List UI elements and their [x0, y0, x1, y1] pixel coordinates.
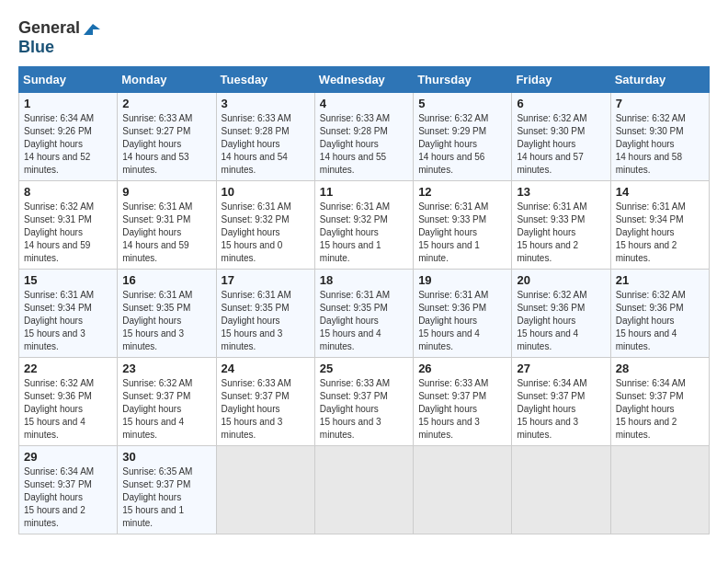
day-info: Sunrise: 6:32 AM Sunset: 9:36 PM Dayligh…: [517, 290, 586, 351]
day-info: Sunrise: 6:32 AM Sunset: 9:36 PM Dayligh…: [616, 290, 686, 351]
calendar-day-cell: 29 Sunrise: 6:34 AM Sunset: 9:37 PM Dayl…: [19, 446, 118, 534]
calendar-day-cell: 10 Sunrise: 6:31 AM Sunset: 9:32 PM Dayl…: [216, 181, 314, 270]
day-number: 9: [122, 185, 210, 199]
day-number: 1: [24, 97, 112, 110]
calendar-week-row: 1 Sunrise: 6:34 AM Sunset: 9:26 PM Dayli…: [19, 93, 710, 181]
day-info: Sunrise: 6:33 AM Sunset: 9:37 PM Dayligh…: [320, 378, 390, 440]
day-info: Sunrise: 6:34 AM Sunset: 9:37 PM Dayligh…: [517, 378, 586, 440]
day-info: Sunrise: 6:32 AM Sunset: 9:29 PM Dayligh…: [418, 113, 488, 175]
calendar-day-cell: 21 Sunrise: 6:32 AM Sunset: 9:36 PM Dayl…: [610, 270, 709, 358]
calendar-day-cell: 23 Sunrise: 6:32 AM Sunset: 9:37 PM Dayl…: [118, 358, 216, 446]
calendar-day-cell: 15 Sunrise: 6:31 AM Sunset: 9:34 PM Dayl…: [19, 270, 118, 358]
day-info: Sunrise: 6:31 AM Sunset: 9:31 PM Dayligh…: [122, 201, 192, 263]
calendar-week-row: 15 Sunrise: 6:31 AM Sunset: 9:34 PM Dayl…: [19, 270, 710, 358]
day-number: 23: [122, 362, 210, 375]
calendar-day-cell: [512, 446, 610, 534]
day-number: 27: [517, 362, 605, 375]
day-info: Sunrise: 6:31 AM Sunset: 9:34 PM Dayligh…: [24, 290, 94, 351]
day-number: 10: [222, 185, 310, 199]
logo-general-text: General: [18, 18, 80, 38]
day-info: Sunrise: 6:32 AM Sunset: 9:31 PM Dayligh…: [24, 201, 94, 263]
day-info: Sunrise: 6:33 AM Sunset: 9:27 PM Dayligh…: [122, 113, 192, 175]
day-number: 20: [517, 273, 605, 287]
calendar-day-cell: [610, 446, 709, 534]
day-number: 4: [320, 97, 408, 110]
calendar-day-cell: 18 Sunrise: 6:31 AM Sunset: 9:35 PM Dayl…: [314, 270, 413, 358]
day-info: Sunrise: 6:31 AM Sunset: 9:35 PM Dayligh…: [122, 290, 192, 351]
day-info: Sunrise: 6:34 AM Sunset: 9:37 PM Dayligh…: [616, 378, 686, 440]
weekday-header: Friday: [512, 67, 610, 93]
calendar-header: SundayMondayTuesdayWednesdayThursdayFrid…: [19, 67, 710, 93]
logo: General Blue: [18, 18, 102, 57]
header: General Blue: [18, 18, 710, 57]
calendar-day-cell: 13 Sunrise: 6:31 AM Sunset: 9:33 PM Dayl…: [512, 181, 610, 270]
day-info: Sunrise: 6:31 AM Sunset: 9:35 PM Dayligh…: [320, 290, 390, 351]
calendar-week-row: 8 Sunrise: 6:32 AM Sunset: 9:31 PM Dayli…: [19, 181, 710, 270]
calendar-day-cell: 19 Sunrise: 6:31 AM Sunset: 9:36 PM Dayl…: [414, 270, 512, 358]
weekday-header: Wednesday: [314, 67, 413, 93]
calendar-day-cell: [314, 446, 413, 534]
calendar-day-cell: 4 Sunrise: 6:33 AM Sunset: 9:28 PM Dayli…: [314, 93, 413, 181]
calendar-week-row: 29 Sunrise: 6:34 AM Sunset: 9:37 PM Dayl…: [19, 446, 710, 534]
day-info: Sunrise: 6:31 AM Sunset: 9:32 PM Dayligh…: [320, 201, 390, 263]
calendar-day-cell: 28 Sunrise: 6:34 AM Sunset: 9:37 PM Dayl…: [610, 358, 709, 446]
logo-bird-icon: [82, 22, 102, 37]
calendar-day-cell: 3 Sunrise: 6:33 AM Sunset: 9:28 PM Dayli…: [216, 93, 314, 181]
calendar-day-cell: 1 Sunrise: 6:34 AM Sunset: 9:26 PM Dayli…: [19, 93, 118, 181]
weekday-header: Thursday: [414, 67, 512, 93]
day-number: 18: [320, 273, 408, 287]
calendar-body: 1 Sunrise: 6:34 AM Sunset: 9:26 PM Dayli…: [19, 93, 710, 534]
day-number: 12: [418, 185, 506, 199]
day-number: 16: [122, 273, 210, 287]
logo-blue-text: Blue: [18, 38, 54, 57]
weekday-header: Sunday: [19, 67, 118, 93]
day-number: 14: [616, 185, 704, 199]
day-number: 24: [222, 362, 310, 375]
day-number: 7: [616, 97, 704, 110]
day-number: 30: [122, 450, 210, 464]
day-number: 13: [517, 185, 605, 199]
calendar-day-cell: 30 Sunrise: 6:35 AM Sunset: 9:37 PM Dayl…: [118, 446, 216, 534]
day-info: Sunrise: 6:33 AM Sunset: 9:28 PM Dayligh…: [320, 113, 390, 175]
calendar-day-cell: 8 Sunrise: 6:32 AM Sunset: 9:31 PM Dayli…: [19, 181, 118, 270]
calendar-day-cell: 20 Sunrise: 6:32 AM Sunset: 9:36 PM Dayl…: [512, 270, 610, 358]
calendar-day-cell: 24 Sunrise: 6:33 AM Sunset: 9:37 PM Dayl…: [216, 358, 314, 446]
calendar-day-cell: 17 Sunrise: 6:31 AM Sunset: 9:35 PM Dayl…: [216, 270, 314, 358]
calendar-day-cell: 12 Sunrise: 6:31 AM Sunset: 9:33 PM Dayl…: [414, 181, 512, 270]
calendar-day-cell: 11 Sunrise: 6:31 AM Sunset: 9:32 PM Dayl…: [314, 181, 413, 270]
day-info: Sunrise: 6:33 AM Sunset: 9:37 PM Dayligh…: [418, 378, 488, 440]
day-number: 25: [320, 362, 408, 375]
day-info: Sunrise: 6:31 AM Sunset: 9:33 PM Dayligh…: [418, 201, 488, 263]
day-number: 5: [418, 97, 506, 110]
day-info: Sunrise: 6:31 AM Sunset: 9:32 PM Dayligh…: [222, 201, 291, 263]
weekday-header: Tuesday: [216, 67, 314, 93]
day-info: Sunrise: 6:33 AM Sunset: 9:37 PM Dayligh…: [222, 378, 291, 440]
day-number: 19: [418, 273, 506, 287]
day-number: 15: [24, 273, 112, 287]
day-info: Sunrise: 6:31 AM Sunset: 9:33 PM Dayligh…: [517, 201, 586, 263]
day-info: Sunrise: 6:32 AM Sunset: 9:37 PM Dayligh…: [122, 378, 192, 440]
calendar-day-cell: 22 Sunrise: 6:32 AM Sunset: 9:36 PM Dayl…: [19, 358, 118, 446]
calendar-day-cell: [414, 446, 512, 534]
day-info: Sunrise: 6:32 AM Sunset: 9:30 PM Dayligh…: [616, 113, 686, 175]
day-info: Sunrise: 6:34 AM Sunset: 9:26 PM Dayligh…: [24, 113, 94, 175]
calendar-day-cell: 27 Sunrise: 6:34 AM Sunset: 9:37 PM Dayl…: [512, 358, 610, 446]
day-info: Sunrise: 6:32 AM Sunset: 9:30 PM Dayligh…: [517, 113, 586, 175]
day-info: Sunrise: 6:32 AM Sunset: 9:36 PM Dayligh…: [24, 378, 94, 440]
calendar-day-cell: [216, 446, 314, 534]
calendar-table: SundayMondayTuesdayWednesdayThursdayFrid…: [18, 66, 710, 534]
day-number: 21: [616, 273, 704, 287]
day-number: 2: [122, 97, 210, 110]
calendar-day-cell: 14 Sunrise: 6:31 AM Sunset: 9:34 PM Dayl…: [610, 181, 709, 270]
calendar-day-cell: 6 Sunrise: 6:32 AM Sunset: 9:30 PM Dayli…: [512, 93, 610, 181]
day-info: Sunrise: 6:35 AM Sunset: 9:37 PM Dayligh…: [122, 466, 192, 528]
weekday-header: Monday: [118, 67, 216, 93]
calendar-day-cell: 5 Sunrise: 6:32 AM Sunset: 9:29 PM Dayli…: [414, 93, 512, 181]
calendar-day-cell: 16 Sunrise: 6:31 AM Sunset: 9:35 PM Dayl…: [118, 270, 216, 358]
calendar-day-cell: 7 Sunrise: 6:32 AM Sunset: 9:30 PM Dayli…: [610, 93, 709, 181]
day-number: 22: [24, 362, 112, 375]
day-number: 8: [24, 185, 112, 199]
day-number: 28: [616, 362, 704, 375]
day-number: 11: [320, 185, 408, 199]
day-number: 17: [222, 273, 310, 287]
